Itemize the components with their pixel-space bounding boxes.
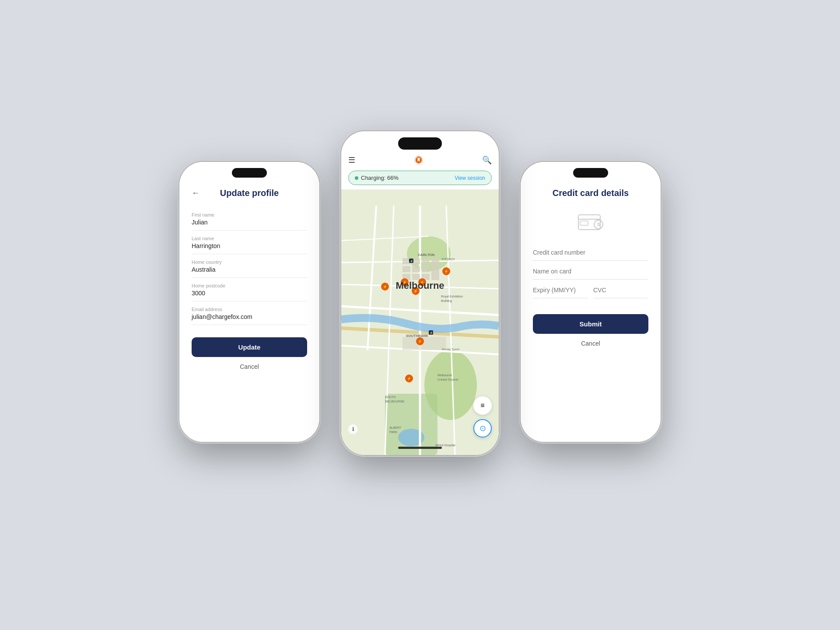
phones-container: ← Update profile First name Julian Last … bbox=[158, 118, 682, 512]
update-button[interactable]: Update bbox=[192, 337, 307, 357]
last-name-field[interactable]: Last name Harrington bbox=[192, 232, 307, 254]
email-label: Email address bbox=[192, 307, 307, 312]
svg-text:⚡: ⚡ bbox=[383, 284, 387, 289]
svg-text:ALBERT: ALBERT bbox=[389, 426, 402, 429]
filter-icon: ≡ bbox=[480, 402, 484, 410]
view-session-link[interactable]: View session bbox=[455, 175, 485, 181]
home-indicator bbox=[398, 447, 442, 449]
map-bottom-controls: ≡ ⊙ bbox=[473, 396, 492, 438]
credit-card-icon: $ bbox=[575, 210, 606, 235]
home-country-label: Home country bbox=[192, 259, 307, 265]
cc-cancel-link[interactable]: Cancel bbox=[533, 340, 648, 347]
svg-text:⚡: ⚡ bbox=[418, 339, 422, 343]
right-phone-notch bbox=[573, 168, 608, 178]
charging-dot bbox=[355, 176, 358, 180]
home-country-value: Australia bbox=[192, 266, 307, 273]
svg-rect-18 bbox=[402, 266, 410, 272]
profile-screen: ← Update profile First name Julian Last … bbox=[179, 162, 319, 382]
svg-text:Cricket Ground: Cricket Ground bbox=[438, 378, 458, 381]
svg-text:$: $ bbox=[597, 222, 600, 227]
location-icon: ⊙ bbox=[480, 424, 486, 433]
svg-rect-67 bbox=[580, 221, 588, 225]
profile-header: ← Update profile bbox=[192, 188, 307, 198]
svg-text:FITZROY: FITZROY bbox=[442, 258, 455, 261]
expiry-input[interactable] bbox=[533, 283, 588, 298]
svg-text:MELBOURNE: MELBOURNE bbox=[385, 400, 405, 403]
svg-text:Melbourne: Melbourne bbox=[438, 374, 452, 377]
svg-text:Burnley Tunnel: Burnley Tunnel bbox=[442, 348, 459, 350]
center-phone-screen: CARLTON FITZROY SOUTHBANK SOUTH MELBOURN… bbox=[341, 131, 499, 455]
map-nav-row: ☰ 🔍 bbox=[348, 154, 492, 166]
melbourne-city-label: Melbourne bbox=[396, 280, 444, 291]
svg-rect-19 bbox=[412, 266, 420, 272]
last-name-label: Last name bbox=[192, 236, 307, 241]
svg-text:PARK: PARK bbox=[389, 430, 398, 434]
svg-rect-25 bbox=[402, 337, 446, 350]
email-field[interactable]: Email address julian@chargefox.com bbox=[192, 303, 307, 325]
svg-text:⚡: ⚡ bbox=[444, 269, 448, 273]
location-button[interactable]: ⊙ bbox=[473, 419, 492, 438]
svg-rect-24 bbox=[431, 258, 439, 280]
charging-status-left: Charging: 66% bbox=[355, 175, 399, 181]
chargefox-logo bbox=[411, 154, 427, 166]
svg-rect-20 bbox=[422, 266, 430, 272]
left-phone-notch bbox=[232, 168, 267, 178]
svg-text:⚡: ⚡ bbox=[430, 331, 433, 335]
home-country-field[interactable]: Home country Australia bbox=[192, 256, 307, 278]
name-on-card-input[interactable] bbox=[533, 264, 648, 280]
charging-banner: Charging: 66% View session bbox=[348, 171, 492, 185]
svg-text:⚡: ⚡ bbox=[410, 259, 413, 263]
profile-title: Update profile bbox=[192, 188, 307, 198]
svg-text:SOUTH: SOUTH bbox=[385, 396, 396, 399]
filter-button[interactable]: ≡ bbox=[473, 396, 492, 415]
right-phone-screen: Credit card details $ bbox=[521, 162, 661, 442]
center-phone: CARLTON FITZROY SOUTHBANK SOUTH MELBOURN… bbox=[341, 131, 499, 455]
card-number-input[interactable] bbox=[533, 245, 648, 261]
home-postcode-field[interactable]: Home postcode 3000 bbox=[192, 280, 307, 301]
search-icon[interactable]: 🔍 bbox=[482, 155, 492, 165]
credit-card-screen: Credit card details $ bbox=[521, 162, 661, 359]
left-phone-screen: ← Update profile First name Julian Last … bbox=[179, 162, 319, 442]
home-postcode-label: Home postcode bbox=[192, 283, 307, 288]
profile-cancel-link[interactable]: Cancel bbox=[192, 363, 307, 370]
svg-text:SOUTHBANK: SOUTHBANK bbox=[406, 334, 428, 338]
expiry-cvc-row bbox=[533, 283, 648, 302]
center-phone-notch bbox=[398, 137, 442, 150]
cvc-input[interactable] bbox=[593, 283, 648, 298]
email-value: julian@chargefox.com bbox=[192, 313, 307, 320]
last-name-value: Harrington bbox=[192, 242, 307, 249]
back-arrow-icon[interactable]: ← bbox=[192, 189, 200, 198]
svg-text:Building: Building bbox=[441, 299, 452, 303]
svg-rect-22 bbox=[412, 274, 420, 280]
credit-card-icon-container: $ bbox=[533, 210, 648, 235]
credit-card-title: Credit card details bbox=[533, 188, 648, 198]
svg-text:Royal Exhibition: Royal Exhibition bbox=[441, 295, 463, 298]
svg-rect-17 bbox=[422, 258, 430, 264]
hamburger-icon[interactable]: ☰ bbox=[348, 155, 355, 165]
first-name-label: First name bbox=[192, 212, 307, 217]
home-postcode-value: 3000 bbox=[192, 290, 307, 297]
submit-button[interactable]: Submit bbox=[533, 314, 648, 334]
svg-text:⚡: ⚡ bbox=[407, 376, 411, 381]
first-name-value: Julian bbox=[192, 219, 307, 226]
first-name-field[interactable]: First name Julian bbox=[192, 209, 307, 231]
right-phone: Credit card details $ bbox=[521, 162, 661, 442]
left-phone: ← Update profile First name Julian Last … bbox=[179, 162, 319, 442]
info-button[interactable]: ℹ bbox=[348, 424, 358, 434]
svg-text:CARLTON: CARLTON bbox=[418, 253, 435, 257]
map-screen: CARLTON FITZROY SOUTHBANK SOUTH MELBOURN… bbox=[341, 131, 499, 455]
charging-status-text: Charging: 66% bbox=[361, 175, 399, 181]
